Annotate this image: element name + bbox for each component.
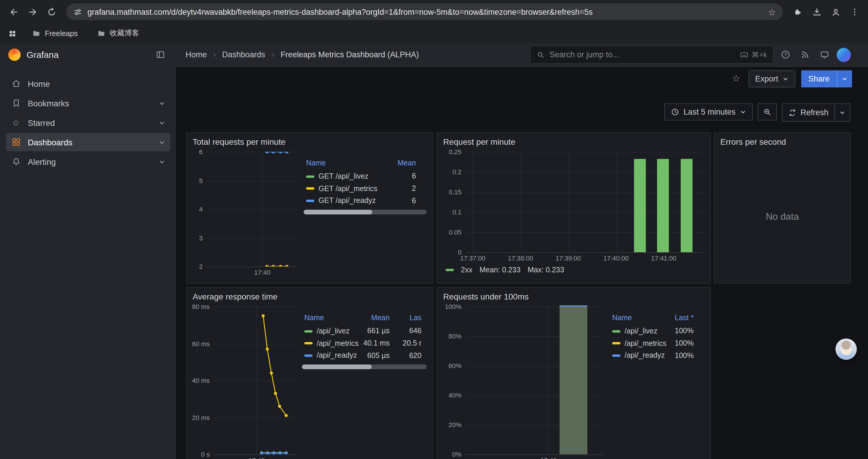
browser-menu-icon[interactable]: [845, 3, 863, 21]
sidebar-item-label: Dashboards: [28, 137, 152, 147]
series-label[interactable]: GET /api/_readyz: [318, 197, 376, 205]
browser-profile-icon[interactable]: [827, 3, 844, 21]
reload-icon[interactable]: [42, 3, 60, 21]
time-range-picker[interactable]: Last 5 minutes: [664, 103, 753, 121]
legend-scrollbar-thumb[interactable]: [302, 364, 372, 369]
legend-column-header[interactable]: Name: [302, 313, 361, 325]
refresh-icon: [788, 108, 796, 117]
sidebar-item-home[interactable]: Home: [6, 74, 170, 93]
legend-row: /api/_readyz100%: [610, 350, 704, 362]
sidebar-item-label: Alerting: [28, 157, 152, 166]
legend-column-header[interactable]: Last *: [671, 313, 704, 325]
assistant-avatar-button[interactable]: [836, 338, 857, 360]
series-label[interactable]: GET /api/_livez: [318, 172, 368, 181]
refresh-button[interactable]: Refresh: [781, 103, 850, 122]
screen: grafana.mathmast.com/d/deytv4rwavabkb/fr…: [0, 0, 868, 459]
panel-legend: 2xx Mean: 0.233 Max: 0.233: [443, 263, 704, 277]
series-label[interactable]: /api/_readyz: [625, 352, 665, 360]
display-icon[interactable]: [817, 47, 832, 62]
panel-average-response-time: Average response time 0 s20 ms40 ms60 ms…: [186, 287, 433, 459]
grafana-sidebar: Grafana Home Bookmarks: [0, 43, 176, 459]
share-button[interactable]: Share: [801, 70, 852, 87]
chevron-down-icon[interactable]: [158, 119, 165, 126]
panel-title[interactable]: Request per minute: [437, 133, 710, 151]
sidebar-item-alerting[interactable]: Alerting: [6, 153, 170, 171]
grafana-logo-icon[interactable]: [8, 48, 21, 61]
user-avatar[interactable]: [837, 47, 851, 62]
legend-scrollbar[interactable]: [302, 364, 427, 369]
panel-total-requests-per-minute: Total requests per minute 23456 17:40 Na…: [186, 132, 433, 284]
plot-area: [214, 306, 296, 454]
y-tick-label: 0.1: [452, 208, 462, 216]
legend-column-header[interactable]: Las: [400, 313, 427, 325]
breadcrumb-dashboards[interactable]: Dashboards: [222, 50, 265, 59]
bookmark-folder-blog[interactable]: 收藏博客: [93, 28, 143, 39]
extensions-icon[interactable]: [789, 3, 807, 21]
news-rss-icon[interactable]: [798, 47, 812, 62]
sidebar-item-starred[interactable]: ☆ Starred: [6, 113, 170, 132]
zoom-out-icon[interactable]: [757, 103, 777, 121]
export-button[interactable]: Export: [749, 70, 795, 87]
series-swatch: [306, 200, 314, 202]
panel-title[interactable]: Average response time: [187, 288, 433, 305]
panel-title[interactable]: Requests under 100ms: [437, 288, 710, 305]
sidebar-collapse-icon[interactable]: [153, 47, 168, 62]
favorite-star-icon[interactable]: ☆: [730, 71, 743, 86]
breadcrumb-home[interactable]: Home: [186, 50, 207, 59]
forward-icon[interactable]: [24, 3, 41, 21]
series-label[interactable]: /api/_metrics: [625, 339, 666, 348]
legend-column-header[interactable]: Name: [610, 313, 671, 325]
brand-title: Grafana: [27, 50, 147, 60]
home-icon: [11, 78, 21, 89]
legend-scrollbar-thumb[interactable]: [304, 210, 373, 215]
series-swatch: [445, 269, 454, 271]
site-info-icon[interactable]: [73, 7, 82, 16]
search-input[interactable]: Search or jump to... ⌘+k: [530, 45, 773, 64]
sidebar-item-bookmarks[interactable]: Bookmarks: [6, 94, 170, 112]
share-caret-icon[interactable]: [837, 70, 852, 87]
search-shortcut: ⌘+k: [740, 50, 767, 59]
legend-column-header[interactable]: Mean: [391, 158, 427, 170]
folder-icon: [32, 29, 41, 38]
chevron-down-icon[interactable]: [158, 138, 165, 145]
chevron-down-icon[interactable]: [158, 100, 165, 107]
sidebar-item-label: Home: [28, 79, 165, 88]
downloads-icon[interactable]: [808, 3, 826, 21]
svg-text:?: ?: [784, 52, 787, 57]
url-bar[interactable]: grafana.mathmast.com/d/deytv4rwavabkb/fr…: [66, 4, 783, 20]
series-label[interactable]: /api/_metrics: [317, 339, 359, 348]
y-tick-label: 3: [199, 234, 203, 241]
legend-column-header[interactable]: Name: [304, 158, 391, 170]
sidebar-item-label: Bookmarks: [28, 98, 152, 108]
y-tick-label: 20%: [448, 421, 462, 428]
series-label[interactable]: GET /api/_metrics: [318, 185, 378, 193]
x-tick-label: 17:38:00: [508, 255, 533, 262]
sidebar-item-dashboards[interactable]: Dashboards: [6, 133, 170, 151]
bookmark-star-icon[interactable]: ☆: [768, 7, 776, 16]
series-label[interactable]: /api/_livez: [317, 327, 349, 335]
y-tick-label: 0.2: [452, 168, 462, 175]
legend-scrollbar[interactable]: [304, 210, 427, 215]
series-label[interactable]: /api/_readyz: [317, 352, 357, 360]
share-label[interactable]: Share: [801, 70, 837, 87]
help-icon[interactable]: ?: [778, 47, 793, 62]
apps-grid-icon[interactable]: [8, 29, 17, 37]
panel-title[interactable]: Errors per second: [714, 133, 850, 151]
y-tick-label: 6: [199, 148, 203, 155]
refresh-interval-caret[interactable]: [834, 104, 850, 121]
legend-column-header[interactable]: Mean: [361, 313, 400, 325]
legend-row: /api/_metrics40.1 ms20.5 r: [302, 337, 427, 349]
chevron-down-icon[interactable]: [158, 158, 165, 165]
bookmark-folder-freeleaps[interactable]: Freeleaps: [28, 28, 81, 38]
line-chart: 23456 17:40: [193, 152, 298, 277]
time-controls: Last 5 minutes Refresh: [664, 103, 850, 122]
series-label[interactable]: 2xx: [461, 266, 472, 274]
x-tick-label: 17:39:00: [556, 255, 581, 262]
plot-area: [466, 306, 604, 454]
series-label[interactable]: /api/_livez: [625, 327, 657, 335]
y-tick-label: 2: [199, 263, 203, 270]
star-icon: ☆: [11, 118, 21, 127]
back-icon[interactable]: [5, 3, 23, 21]
panel-title[interactable]: Total requests per minute: [187, 133, 433, 151]
refresh-main[interactable]: Refresh: [782, 104, 834, 121]
